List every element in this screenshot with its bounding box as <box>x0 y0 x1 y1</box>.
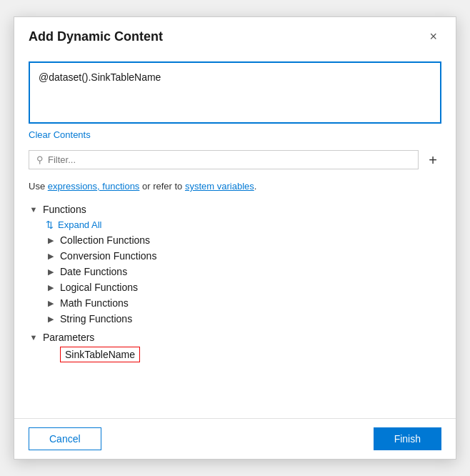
parameters-label: Parameters <box>43 332 94 343</box>
dialog-footer: Cancel Finish <box>14 418 456 459</box>
tree-section: ▼ Functions ⇅ Expand All ▶ Collection Fu… <box>29 202 441 404</box>
date-chevron: ▶ <box>46 267 56 277</box>
hint-after: . <box>254 181 257 192</box>
hint-before: Use <box>29 181 48 192</box>
functions-group: ▼ Functions ⇅ Expand All ▶ Collection Fu… <box>29 202 441 327</box>
string-functions-item[interactable]: ▶ String Functions <box>43 311 441 327</box>
conversion-functions-label: Conversion Functions <box>60 250 156 262</box>
close-button[interactable]: × <box>425 29 441 44</box>
functions-children: ⇅ Expand All ▶ Collection Functions ▶ Co… <box>43 217 441 327</box>
collection-chevron: ▶ <box>46 236 56 245</box>
cancel-button[interactable]: Cancel <box>29 427 101 450</box>
collection-functions-label: Collection Functions <box>60 234 150 246</box>
finish-button[interactable]: Finish <box>374 427 441 450</box>
logical-functions-item[interactable]: ▶ Logical Functions <box>43 279 441 295</box>
system-variables-link[interactable]: system variables <box>185 181 254 192</box>
string-chevron: ▶ <box>46 314 56 324</box>
parameters-group: ▼ Parameters SinkTableName <box>29 329 441 364</box>
conversion-functions-item[interactable]: ▶ Conversion Functions <box>43 248 441 264</box>
filter-row: ⚲ + <box>29 150 441 169</box>
clear-contents-link[interactable]: Clear Contents <box>29 129 441 140</box>
math-chevron: ▶ <box>46 299 56 308</box>
parameters-children: SinkTableName <box>43 345 441 364</box>
functions-group-header[interactable]: ▼ Functions <box>29 202 441 217</box>
date-functions-label: Date Functions <box>60 266 127 277</box>
dialog-body: Clear Contents ⚲ + Use expressions, func… <box>14 53 456 418</box>
hint-middle: or refer to <box>139 181 185 192</box>
add-button[interactable]: + <box>424 152 441 169</box>
add-dynamic-content-dialog: Add Dynamic Content × Clear Contents ⚲ +… <box>14 16 456 460</box>
logical-chevron: ▶ <box>46 283 56 292</box>
dialog-title: Add Dynamic Content <box>29 29 163 44</box>
hint-text: Use expressions, functions or refer to s… <box>29 181 441 192</box>
math-functions-label: Math Functions <box>60 297 129 309</box>
expression-input[interactable] <box>29 61 441 124</box>
expressions-functions-link[interactable]: expressions, functions <box>48 181 140 192</box>
logical-functions-label: Logical Functions <box>60 282 138 293</box>
search-icon: ⚲ <box>36 154 44 165</box>
string-functions-label: String Functions <box>60 313 132 324</box>
math-functions-item[interactable]: ▶ Math Functions <box>43 295 441 311</box>
parameters-group-header[interactable]: ▼ Parameters <box>29 329 441 345</box>
sink-table-name-item[interactable]: SinkTableName <box>60 347 140 362</box>
date-functions-item[interactable]: ▶ Date Functions <box>43 264 441 279</box>
functions-label: Functions <box>43 204 86 215</box>
functions-chevron: ▼ <box>29 205 39 214</box>
conversion-chevron: ▶ <box>46 252 56 261</box>
expand-all-label: Expand All <box>58 219 101 230</box>
filter-input-wrapper: ⚲ <box>29 150 419 169</box>
expand-all-item[interactable]: ⇅ Expand All <box>43 217 441 232</box>
dialog-header: Add Dynamic Content × <box>14 17 456 53</box>
parameters-chevron: ▼ <box>29 333 39 342</box>
expand-all-icon: ⇅ <box>46 219 54 230</box>
filter-input[interactable] <box>48 154 411 165</box>
collection-functions-item[interactable]: ▶ Collection Functions <box>43 232 441 248</box>
